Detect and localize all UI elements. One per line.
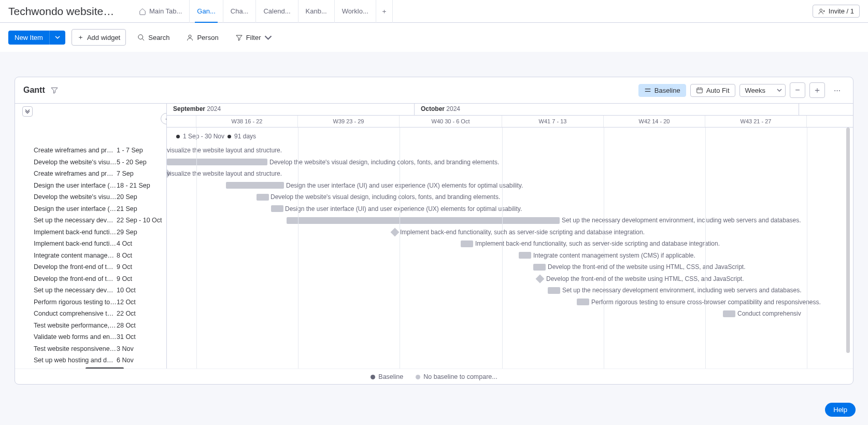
toolbar: New Item ＋ Add widget Search Person Filt… xyxy=(0,23,868,52)
task-name: Develop the front-end of the ... xyxy=(34,275,117,282)
bar-row[interactable]: Design the user interface (UI) and user … xyxy=(167,180,853,192)
tab-2[interactable]: Cha... xyxy=(223,0,257,23)
task-row[interactable]: Upload the website files xyxy=(15,366,166,369)
bar-row[interactable]: Implement back-end functionality, such a… xyxy=(167,226,853,238)
task-row[interactable]: Implement back-end function...29 Sep xyxy=(15,226,166,238)
bar-row[interactable] xyxy=(167,355,853,366)
bar-row[interactable]: Set up the necessary development environ… xyxy=(167,215,853,226)
bar-row[interactable] xyxy=(167,331,853,343)
task-row[interactable]: Create wireframes and protot...1 - 7 Sep xyxy=(15,145,166,157)
tab-5[interactable]: Worklo... xyxy=(335,0,376,23)
auto-fit-button[interactable]: Auto Fit xyxy=(690,84,735,97)
bar-row[interactable]: Develop the website's visual design, inc… xyxy=(167,157,853,168)
new-item-button[interactable]: New Item xyxy=(8,31,65,45)
gantt-bar[interactable] xyxy=(577,299,589,305)
task-row[interactable]: Implement back-end function...4 Oct xyxy=(15,238,166,250)
gantt-bar[interactable] xyxy=(723,310,735,317)
zoom-out-button[interactable]: − xyxy=(790,82,805,98)
task-row[interactable]: Set up the necessary develop...22 Sep - … xyxy=(15,215,166,226)
new-item-dropdown[interactable] xyxy=(49,31,65,45)
task-name: Test website responsiveness ... xyxy=(34,345,117,352)
invite-button[interactable]: Invite / 1 xyxy=(813,5,860,18)
bar-label: Design the user interface (UI) and user … xyxy=(286,182,523,189)
add-widget-button[interactable]: ＋ Add widget xyxy=(72,29,126,46)
task-row[interactable]: Set up web hosting and doma...6 Nov xyxy=(15,355,166,366)
milestone-diamond[interactable] xyxy=(536,274,545,283)
gantt-bar[interactable] xyxy=(271,205,283,212)
scale-dropdown[interactable]: Weeks xyxy=(739,84,786,97)
more-menu-button[interactable]: ⋯ xyxy=(829,82,845,98)
timeline-area[interactable]: 1 Sep - 30 Nov 91 days visualize the web… xyxy=(167,128,853,369)
bar-row[interactable] xyxy=(167,366,853,369)
gantt-bar[interactable] xyxy=(167,159,267,165)
task-row[interactable]: Develop the front-end of the ...9 Oct xyxy=(15,273,166,285)
bar-row[interactable]: Set up the necessary development environ… xyxy=(167,285,853,296)
milestone-diamond[interactable] xyxy=(391,228,400,236)
task-name: Develop the front-end of the ... xyxy=(34,263,117,271)
task-row[interactable]: Develop the website's visual d...20 Sep xyxy=(15,191,166,203)
task-row[interactable]: Set up the necessary develop...10 Oct xyxy=(15,285,166,296)
filter-button[interactable]: Filter xyxy=(230,31,277,45)
bar-row[interactable]: Implement back-end functionality, such a… xyxy=(167,238,853,250)
task-name: Implement back-end function... xyxy=(34,240,117,247)
bar-row[interactable]: Design the user interface (UI) and user … xyxy=(167,203,853,215)
task-row[interactable]: Conduct comprehensive testi...22 Oct xyxy=(15,308,166,320)
tab-3[interactable]: Calend... xyxy=(256,0,298,23)
scrollbar[interactable] xyxy=(846,128,850,353)
bar-row[interactable]: visualize the website layout and structu… xyxy=(167,145,853,157)
bar-row[interactable]: Develop the front-end of the website usi… xyxy=(167,261,853,273)
filter-icon[interactable] xyxy=(50,86,59,94)
gantt-header: Gantt Baseline Auto Fit Weeks − ＋ ⋯ xyxy=(15,77,853,103)
sidebar-collapse-button[interactable]: ‹ xyxy=(161,113,167,124)
bar-row[interactable]: Develop the front-end of the website usi… xyxy=(167,273,853,285)
zoom-in-button[interactable]: ＋ xyxy=(809,82,825,98)
task-row[interactable]: Develop the front-end of the ...9 Oct xyxy=(15,261,166,273)
task-row[interactable]: Design the user interface (UI) ...21 Sep xyxy=(15,203,166,215)
task-date: 12 Oct xyxy=(117,299,163,306)
task-row[interactable]: Validate web forms and ensur...31 Oct xyxy=(15,331,166,343)
gantt-bar[interactable] xyxy=(519,252,531,259)
baseline-toggle[interactable]: Baseline xyxy=(638,84,686,97)
bar-label: Develop the front-end of the website usi… xyxy=(546,275,744,282)
bar-row[interactable]: Integrate content management system (CMS… xyxy=(167,250,853,262)
task-row[interactable]: Test website responsiveness ...3 Nov xyxy=(15,343,166,355)
bar-label: visualize the website layout and structu… xyxy=(167,147,282,154)
task-row[interactable]: Integrate content manageme...8 Oct xyxy=(15,250,166,262)
gantt-bar[interactable] xyxy=(548,287,560,294)
tab-4[interactable]: Kanb... xyxy=(298,0,335,23)
task-row[interactable]: Create wireframes and protot...7 Sep xyxy=(15,168,166,180)
board-title[interactable]: Techwondo website lau... xyxy=(8,5,117,18)
gantt-bar[interactable] xyxy=(461,240,473,247)
week-cell: W42 14 - 20 xyxy=(604,116,705,127)
task-row[interactable]: Develop the website's visual d...5 - 20 … xyxy=(15,157,166,168)
help-button[interactable]: Help xyxy=(825,403,856,417)
task-date: 22 Oct xyxy=(117,310,163,317)
gantt-bar[interactable] xyxy=(533,264,546,271)
add-tab-button[interactable]: ＋ xyxy=(376,0,393,23)
bar-row[interactable]: Perform rigorous testing to ensure cross… xyxy=(167,296,853,308)
bar-row[interactable] xyxy=(167,320,853,332)
gantt-bar[interactable] xyxy=(257,194,269,201)
task-name: Create wireframes and protot... xyxy=(34,170,117,177)
tab-0[interactable]: Main Tab... xyxy=(132,0,190,23)
bar-row[interactable] xyxy=(167,343,853,355)
legend-no-baseline: No baseline to compare... xyxy=(416,373,497,380)
gantt-bar[interactable] xyxy=(226,182,284,189)
task-date: 1 - 7 Sep xyxy=(117,147,163,154)
gantt-bar[interactable] xyxy=(287,217,560,224)
bar-row[interactable]: Develop the website's visual design, inc… xyxy=(167,191,853,203)
bar-row[interactable]: visualize the website layout and structu… xyxy=(167,168,853,180)
tab-1[interactable]: Gan... xyxy=(190,0,223,23)
task-row[interactable]: Test website performance, loa...28 Oct xyxy=(15,320,166,332)
search-icon xyxy=(137,34,145,41)
collapse-all-button[interactable] xyxy=(22,106,33,117)
task-row[interactable]: Perform rigorous testing to en...12 Oct xyxy=(15,296,166,308)
task-row[interactable]: Design the user interface (UI) ...18 - 2… xyxy=(15,180,166,192)
gantt-timeline[interactable]: September 2024October 2024 W38 16 - 22W3… xyxy=(167,104,853,369)
search-button[interactable]: Search xyxy=(132,31,175,45)
week-cell: W39 23 - 29 xyxy=(298,116,400,127)
person-button[interactable]: Person xyxy=(181,31,223,45)
bar-row[interactable]: Conduct comprehensiv xyxy=(167,308,853,320)
task-date: 21 Sep xyxy=(117,205,163,212)
week-header: W38 16 - 22W39 23 - 29W40 30 - 6 OctW41 … xyxy=(167,116,853,128)
